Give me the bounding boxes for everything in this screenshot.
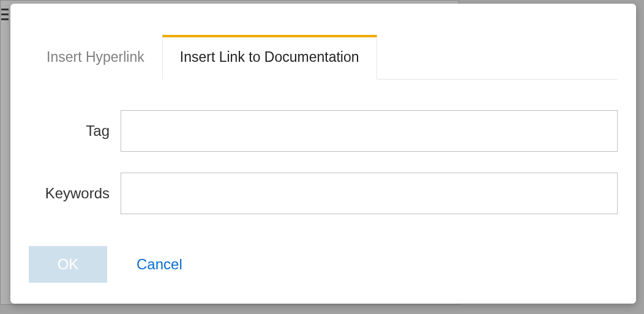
form-row-tag: Tag: [29, 110, 618, 152]
tag-input[interactable]: [121, 110, 618, 152]
keywords-input[interactable]: [121, 173, 618, 214]
keywords-label: Keywords: [29, 185, 121, 202]
tag-label: Tag: [29, 122, 121, 140]
insert-link-dialog: Insert Hyperlink Insert Link to Document…: [10, 4, 636, 304]
dialog-actions: OK Cancel: [10, 235, 636, 283]
ok-button[interactable]: OK: [29, 246, 107, 283]
form-row-keywords: Keywords: [29, 173, 618, 214]
dialog-tabs: Insert Hyperlink Insert Link to Document…: [29, 4, 618, 80]
tab-insert-hyperlink[interactable]: Insert Hyperlink: [29, 35, 162, 80]
dialog-form: Tag Keywords: [10, 80, 636, 214]
menu-icon: [0, 5, 10, 23]
cancel-button[interactable]: Cancel: [137, 256, 182, 273]
tab-insert-link-documentation[interactable]: Insert Link to Documentation: [162, 35, 377, 80]
